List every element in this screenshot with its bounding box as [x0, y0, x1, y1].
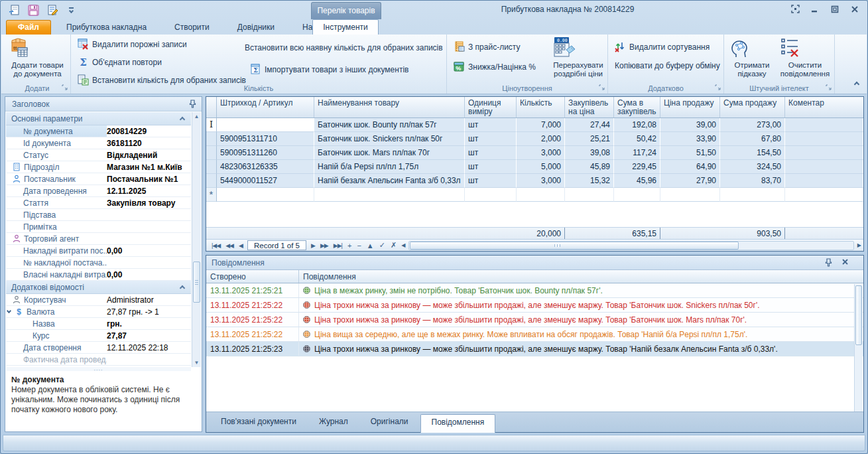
tab-file[interactable]: Файл [6, 20, 51, 35]
tab-messages[interactable]: Повідомлення [420, 414, 496, 433]
hscroll-right-arrow[interactable]: ▶ [855, 242, 863, 248]
prop-row-sales-agent[interactable]: Торговий агент [6, 233, 191, 245]
prop-row-note[interactable]: Примітка [6, 221, 191, 233]
dialog-launcher-ai[interactable] [826, 84, 832, 91]
col-purchase-price[interactable]: Закупівельна ціна [565, 97, 614, 117]
cell-barcode[interactable]: 5900951311260 [217, 146, 314, 160]
nav-edit-button[interactable]: ▲ [364, 242, 377, 250]
cell-sale-sum[interactable]: 67,80 [720, 132, 785, 146]
col-name[interactable]: Найменування товару [314, 97, 465, 117]
hscroll-thumb[interactable] [410, 242, 738, 250]
cell-unit[interactable]: шт [465, 118, 517, 132]
cell-name[interactable]: Напій безалк Апельсин Fanta з/б 0,33л [314, 174, 465, 188]
prop-row-created-date[interactable]: Дата створення 12.11.2025 22:18 [6, 342, 191, 354]
horizontal-scrollbar[interactable] [408, 241, 854, 250]
tab-create[interactable]: Створити [160, 20, 223, 35]
sidebar-scrollbar[interactable]: ▲ ▼ [192, 112, 201, 367]
tab-tools[interactable]: Інструменти [312, 19, 379, 35]
cell-comment[interactable] [785, 146, 863, 160]
add-products-button[interactable]: tt Додати товари до документа [7, 37, 68, 78]
cell-purchase-sum[interactable]: 117,24 [614, 146, 660, 160]
cell-unit[interactable]: шт [465, 146, 517, 160]
cell-sale-sum[interactable]: 273,00 [720, 118, 785, 132]
nav-next-page-button[interactable]: ▶▶ [318, 242, 331, 249]
cell-sale-sum[interactable]: 83,70 [720, 174, 785, 188]
quick-access-more-button[interactable] [69, 7, 74, 13]
dialog-launcher-extra[interactable] [715, 84, 721, 91]
get-hint-button[interactable]: Отримати підказку [728, 37, 776, 78]
cell-qty[interactable]: 7,000 [517, 118, 565, 132]
new-product-row[interactable]: * [206, 188, 863, 202]
cell-sale-sum[interactable]: 324,50 [720, 160, 785, 174]
cell-purchase-sum[interactable]: 229,45 [614, 160, 660, 174]
prop-row-user[interactable]: Користувач Administrator [6, 294, 191, 306]
tab-journal[interactable]: Журнал [308, 414, 359, 429]
cell-purchase-price[interactable]: 27,44 [565, 118, 614, 132]
cell-sale-price[interactable]: 39,00 [660, 118, 720, 132]
cell-sale-price[interactable]: 64,90 [660, 160, 720, 174]
col-qty[interactable]: Кількість [517, 97, 565, 117]
cell-name[interactable]: Батончик шок. Mars пл/пак 70г [314, 146, 465, 160]
prop-row-currency-rate[interactable]: Курс 27,87 [6, 330, 191, 342]
delete-empty-rows-button[interactable]: Видалити порожні записи [78, 38, 187, 50]
cell-barcode[interactable] [217, 118, 314, 132]
collapse-ribbon-button[interactable] [855, 79, 859, 88]
message-row[interactable]: 13.11.2025 21:25:22 Ціна трохи нижча за … [206, 298, 863, 313]
prop-row-supplier-invoice-number[interactable]: № накладної постача... [6, 257, 191, 269]
prop-row-currency-name[interactable]: Назва грн. [6, 318, 191, 330]
tab-related-documents[interactable]: Пов'язані документи [210, 414, 307, 429]
cell-purchase-price[interactable]: 25,21 [565, 132, 614, 146]
prop-row-actual-post-date[interactable]: Фактична дата провед... ▼ [6, 354, 191, 366]
scrollbar-thumb[interactable] [855, 285, 862, 345]
col-barcode[interactable]: Штрихкод / Артикул [217, 97, 314, 117]
message-row-selected[interactable]: 13.11.2025 21:25:23 Ціна трохи нижча за … [206, 342, 863, 356]
cell-purchase-price[interactable]: 45,89 [565, 160, 614, 174]
cell-purchase-sum[interactable]: 50,42 [614, 132, 660, 146]
nav-next-button[interactable]: ▶ [308, 242, 318, 249]
prop-row-basis[interactable]: Підстава [6, 209, 191, 221]
minimize-button[interactable] [810, 5, 820, 13]
import-goods-button[interactable]: Σ Імпортувати товари з інших документів [250, 64, 408, 75]
col-message[interactable]: Повідомлення [299, 270, 863, 283]
cell-comment[interactable] [785, 118, 863, 132]
messages-scrollbar[interactable] [854, 284, 863, 414]
hscroll-left-arrow[interactable]: ◀ [399, 242, 407, 248]
fullscreen-button[interactable] [790, 5, 800, 13]
nav-prev-page-button[interactable]: ◀◀ [223, 242, 236, 249]
cell-comment[interactable] [785, 132, 863, 146]
col-created[interactable]: Створено [206, 270, 299, 283]
prop-row-doc-id[interactable]: Id документа 36181120 [6, 137, 191, 149]
prop-row-department[interactable]: Підрозділ Магазин №1 м.Київ [6, 161, 191, 173]
cell-barcode[interactable]: 5900951311710 [217, 132, 314, 146]
nav-post-button[interactable]: ✓ [377, 241, 388, 250]
nav-delete-button[interactable]: − [354, 242, 363, 250]
clear-messages-button[interactable]: Очистити повідомлення [778, 37, 832, 78]
nav-prev-button[interactable]: ◀ [236, 242, 245, 249]
prop-row-article[interactable]: Стаття Закупівля товару [6, 197, 191, 209]
section-main-parameters[interactable]: Основні параметри [6, 112, 191, 125]
cell-barcode[interactable]: 5449000011527 [217, 174, 314, 188]
prop-row-supplier[interactable]: Постачальник Постачальник №1 [6, 173, 191, 185]
cell-purchase-price[interactable]: 15,32 [565, 174, 614, 188]
col-sale-price[interactable]: Ціна продажу [660, 97, 720, 117]
scrollbar-thumb[interactable] [193, 262, 200, 303]
cell-sale-sum[interactable]: 154,50 [720, 146, 785, 160]
prop-row-post-date[interactable]: Дата проведення 12.11.2025 [6, 185, 191, 197]
message-row[interactable]: 13.11.2025 21:25:22 Ціна вища за середню… [206, 327, 863, 342]
section-additional-info[interactable]: Додаткові відомості [6, 281, 191, 294]
cell-unit[interactable]: шт [465, 174, 517, 188]
col-unit[interactable]: Одиниця виміру [465, 97, 517, 117]
prop-row-currency[interactable]: $ Валюта 27,87 грн. -> 1 [6, 306, 191, 318]
col-purchase-sum[interactable]: Сума в закупівель... [614, 97, 660, 117]
discount-markup-button[interactable]: % Знижка/Націнка % [454, 61, 536, 72]
col-comment[interactable]: Коментар [785, 97, 863, 117]
nav-first-button[interactable]: |◀◀ [209, 242, 223, 249]
cell-qty[interactable]: 5,000 [517, 160, 565, 174]
edit-document-icon[interactable] [46, 3, 59, 17]
pin-icon[interactable] [825, 258, 832, 267]
open-document-icon[interactable] [7, 3, 21, 17]
from-pricelist-button[interactable]: З прайс-листу [454, 41, 520, 52]
copy-to-clipboard-button[interactable]: Копіювати до буферу обміну [615, 61, 720, 70]
dialog-launcher-add[interactable] [62, 84, 68, 91]
cell-name[interactable]: Напій б/а Pepsi пл/пл 1,75л [314, 160, 465, 174]
